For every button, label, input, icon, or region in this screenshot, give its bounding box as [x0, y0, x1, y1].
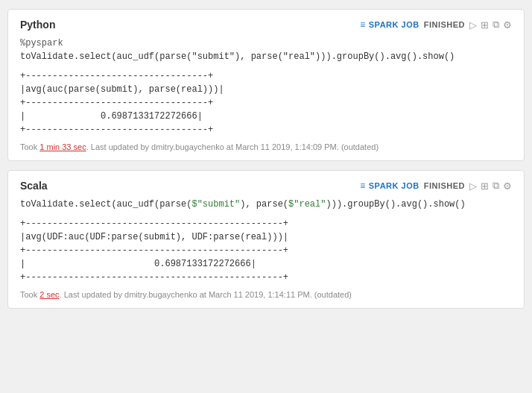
output-area: +---------------------------------------…: [20, 217, 512, 284]
cell-language: Python: [20, 19, 55, 31]
grid-icon[interactable]: ⊞: [481, 19, 489, 31]
spark-job-text: SPARK JOB: [369, 20, 419, 29]
output-line: +----------------------------------+: [20, 96, 512, 110]
spark-job-label[interactable]: ≡ SPARK JOB: [360, 19, 419, 30]
scala-string: $"real": [288, 199, 326, 210]
spark-job-label[interactable]: ≡ SPARK JOB: [360, 180, 419, 191]
code-line: toValidate.select(auc_udf(parse($"submit…: [20, 198, 512, 211]
toolbar-icons: ▷ ⊞ ⧉ ⚙: [469, 180, 512, 192]
cell-toolbar: ≡ SPARK JOBFINISHED ▷ ⊞ ⧉ ⚙: [360, 19, 512, 31]
spark-icon: ≡: [360, 180, 366, 191]
spark-job-text: SPARK JOB: [369, 181, 419, 190]
spark-icon: ≡: [360, 19, 366, 30]
scala-string: $"submit": [191, 199, 240, 210]
execution-time: 2 sec: [39, 290, 59, 299]
scala-cell: Scala≡ SPARK JOBFINISHED ▷ ⊞ ⧉ ⚙ toValid…: [7, 170, 525, 309]
output-line: +---------------------------------------…: [20, 271, 512, 284]
code-area: %pysparktoValidate.select(auc_udf(parse(…: [20, 37, 512, 63]
grid-icon[interactable]: ⊞: [481, 180, 489, 192]
magic-command: %pyspark: [20, 38, 63, 48]
output-line: | 0.6987133172272666|: [20, 110, 512, 123]
run-icon[interactable]: ▷: [469, 180, 477, 192]
output-line: |avg(UDF:auc(UDF:parse(submit), UDF:pars…: [20, 230, 512, 244]
doc-icon[interactable]: ⧉: [493, 180, 499, 192]
gear-icon[interactable]: ⚙: [503, 180, 512, 192]
gear-icon[interactable]: ⚙: [503, 19, 512, 31]
output-line: +---------------------------------------…: [20, 244, 512, 257]
code-line: %pyspark: [20, 37, 512, 50]
output-line: |avg(auc(parse(submit), parse(real)))|: [20, 83, 512, 96]
code-line: toValidate.select(auc_udf(parse("submit"…: [20, 50, 512, 63]
output-area: +----------------------------------+|avg…: [20, 69, 512, 136]
cell-header: Scala≡ SPARK JOBFINISHED ▷ ⊞ ⧉ ⚙: [20, 180, 512, 192]
output-line: | 0.6987133172272666|: [20, 257, 512, 271]
output-line: +----------------------------------+: [20, 123, 512, 136]
output-line: +---------------------------------------…: [20, 217, 512, 230]
cell-toolbar: ≡ SPARK JOBFINISHED ▷ ⊞ ⧉ ⚙: [360, 180, 512, 192]
cell-footer: Took 2 sec. Last updated by dmitry.bugay…: [20, 290, 512, 299]
status-badge: FINISHED: [424, 181, 465, 190]
cell-language: Scala: [20, 180, 48, 192]
cell-header: Python≡ SPARK JOBFINISHED ▷ ⊞ ⧉ ⚙: [20, 19, 512, 31]
status-badge: FINISHED: [424, 20, 465, 29]
code-area: toValidate.select(auc_udf(parse($"submit…: [20, 198, 512, 211]
toolbar-icons: ▷ ⊞ ⧉ ⚙: [469, 19, 512, 31]
run-icon[interactable]: ▷: [469, 19, 477, 31]
cell-footer: Took 1 min 33 sec. Last updated by dmitr…: [20, 142, 512, 151]
python-cell: Python≡ SPARK JOBFINISHED ▷ ⊞ ⧉ ⚙ %pyspa…: [7, 9, 525, 161]
output-line: +----------------------------------+: [20, 69, 512, 83]
doc-icon[interactable]: ⧉: [493, 19, 499, 31]
execution-time: 1 min 33 sec: [39, 142, 86, 151]
